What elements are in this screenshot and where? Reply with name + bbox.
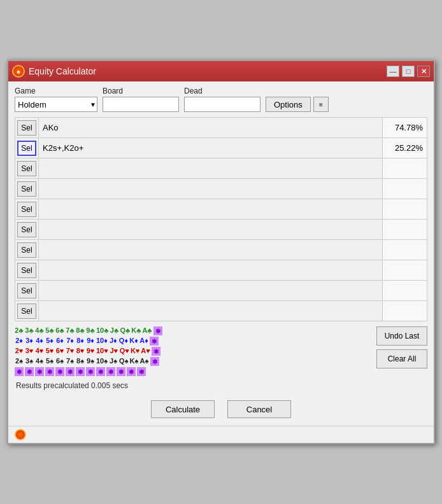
wild-12[interactable]: ✱ [127,367,136,376]
card-kc[interactable]: K♣ [131,326,141,335]
hand-input-3[interactable] [41,181,380,197]
wild-7[interactable]: ✱ [76,367,85,376]
card-9c[interactable]: 9♣ [86,326,95,335]
sel-button-7[interactable]: Sel [17,263,36,278]
sel-button-3[interactable]: Sel [17,181,36,197]
card-9h[interactable]: 9♥ [86,347,95,356]
card-jh[interactable]: J♥ [110,347,118,356]
card-qc[interactable]: Q♣ [120,326,130,335]
sel-button-8[interactable]: Sel [17,283,36,298]
card-5s[interactable]: 5♠ [45,357,54,366]
card-9s[interactable]: 9♠ [86,357,95,366]
card-3c[interactable]: 3♣ [25,326,34,335]
hand-input-4[interactable] [41,201,380,218]
wild-1[interactable]: ✱ [15,367,24,376]
card-kd[interactable]: K♦ [129,337,138,346]
dead-input[interactable] [184,97,260,112]
card-10h[interactable]: 10♥ [96,347,108,356]
hand-input-1[interactable] [41,140,380,157]
options-icon-button[interactable]: ≡ [313,97,329,112]
card-10s[interactable]: 10♠ [96,357,108,366]
card-js[interactable]: J♠ [109,357,118,366]
calculate-button[interactable]: Calculate [151,400,215,418]
card-10c[interactable]: 10♣ [96,326,108,335]
minimize-button[interactable]: — [387,66,399,77]
game-select[interactable]: Holdem Omaha Omaha Hi-Lo [15,97,97,112]
card-qs[interactable]: Q♠ [119,357,128,366]
hand-input-9[interactable] [41,303,380,319]
clear-all-button[interactable]: Clear All [376,349,427,368]
board-input[interactable] [103,97,179,112]
card-5d[interactable]: 5♦ [45,337,54,346]
card-8d[interactable]: 8♦ [76,337,85,346]
sel-button-6[interactable]: Sel [17,242,36,258]
card-2c[interactable]: 2♣ [15,326,24,335]
wild-5[interactable]: ✱ [55,367,64,376]
card-ad[interactable]: A♦ [139,337,148,346]
hand-input-7[interactable] [41,262,380,279]
maximize-button[interactable]: □ [402,66,415,77]
card-8c[interactable]: 8♣ [76,326,85,335]
wild-spades[interactable]: ✱ [150,357,159,366]
card-5c[interactable]: 5♣ [45,326,54,335]
wild-3[interactable]: ✱ [35,367,44,376]
card-6s[interactable]: 6♠ [55,357,64,366]
card-kh[interactable]: K♥ [131,347,139,356]
card-3h[interactable]: 3♥ [25,347,34,356]
wild-8[interactable]: ✱ [86,367,95,376]
card-6d[interactable]: 6♦ [55,337,64,346]
card-4h[interactable]: 4♥ [35,347,44,356]
card-ac[interactable]: A♣ [142,326,152,335]
card-2h[interactable]: 2♥ [15,347,24,356]
card-3d[interactable]: 3♦ [25,337,34,346]
card-jc[interactable]: J♣ [110,326,118,335]
card-6h[interactable]: 6♥ [55,347,64,356]
cancel-button[interactable]: Cancel [227,400,291,418]
card-7d[interactable]: 7♦ [66,337,75,346]
card-7s[interactable]: 7♠ [66,357,75,366]
sel-button-2[interactable]: Sel [17,161,36,176]
card-4c[interactable]: 4♣ [35,326,44,335]
wild-10[interactable]: ✱ [106,367,115,376]
hand-input-5[interactable] [41,221,380,238]
sel-button-5[interactable]: Sel [17,222,36,237]
card-3s[interactable]: 3♠ [25,357,34,366]
wild-2[interactable]: ✱ [25,367,34,376]
wild-9[interactable]: ✱ [96,367,105,376]
hand-input-2[interactable] [41,160,380,177]
card-qd[interactable]: Q♦ [119,337,128,346]
card-5h[interactable]: 5♥ [45,347,54,356]
card-ah[interactable]: A♥ [141,347,150,356]
sel-button-4[interactable]: Sel [17,202,36,217]
undo-last-button[interactable]: Undo Last [376,326,427,346]
card-6c[interactable]: 6♣ [55,326,64,335]
card-4s[interactable]: 4♠ [35,357,44,366]
card-7c[interactable]: 7♣ [66,326,75,335]
wild-4[interactable]: ✱ [45,367,54,376]
card-qh[interactable]: Q♥ [120,347,129,356]
sel-button-0[interactable]: Sel [17,120,36,136]
wild-diamonds[interactable]: ✱ [150,337,159,346]
card-9d[interactable]: 9♦ [86,337,95,346]
wild-hearts[interactable]: ✱ [152,347,160,356]
close-button[interactable]: ✕ [417,66,430,77]
card-7h[interactable]: 7♥ [66,347,75,356]
sel-button-1[interactable]: Sel [17,141,36,156]
card-jd[interactable]: J♦ [109,337,118,346]
wild-11[interactable]: ✱ [117,367,125,376]
card-2d[interactable]: 2♦ [15,337,24,346]
options-button[interactable]: Options [266,97,311,112]
wild-13[interactable]: ✱ [137,367,146,376]
card-10d[interactable]: 10♦ [96,337,108,346]
card-2s[interactable]: 2♠ [15,357,24,366]
card-8s[interactable]: 8♠ [76,357,85,366]
hand-input-8[interactable] [41,283,380,299]
sel-button-9[interactable]: Sel [17,304,36,319]
wild-6[interactable]: ✱ [66,367,75,376]
hand-input-6[interactable] [41,242,380,258]
card-as[interactable]: A♠ [140,357,149,366]
card-ks[interactable]: K♠ [130,357,139,366]
card-4d[interactable]: 4♦ [35,337,44,346]
card-8h[interactable]: 8♥ [76,347,85,356]
wild-clubs[interactable]: ✱ [153,326,162,335]
